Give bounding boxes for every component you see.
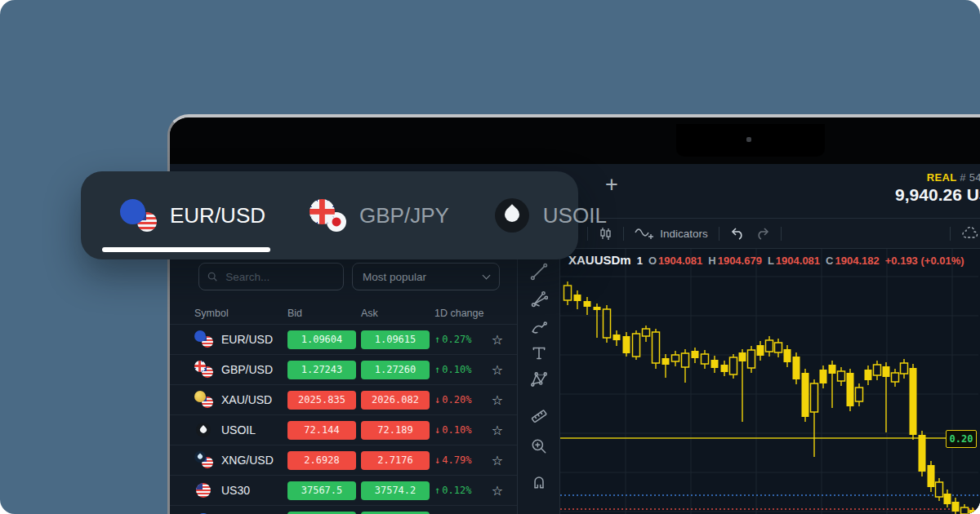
watchlist-row[interactable]: XNG/USD 2.6928 2.7176 ↓ 4.79% bbox=[170, 445, 517, 475]
ask-price-badge[interactable]: 1.09615 bbox=[361, 330, 430, 349]
toolbar-divider bbox=[623, 227, 624, 241]
daily-change: ↑ 0.12% bbox=[434, 485, 487, 496]
daily-change: ↓ 4.79% bbox=[434, 454, 487, 466]
price-tag: 0.20 bbox=[946, 430, 977, 448]
chart-legend: XAUUSDm 1 O1904.081 H1904.679 L1904.081 … bbox=[568, 253, 964, 267]
symbol-name: XNG/USD bbox=[221, 454, 274, 467]
change-arrow-icon: ↑ bbox=[434, 334, 440, 345]
symbol-name: EUR/USD bbox=[221, 333, 273, 346]
watchlist-row[interactable]: EUR/USD 1.09604 1.09615 ↑ 0.27% bbox=[170, 324, 517, 354]
bid-price-badge[interactable]: 1.09604 bbox=[287, 330, 356, 349]
ask-price-badge[interactable]: 2.7176 bbox=[361, 451, 430, 470]
ruler-tool[interactable] bbox=[528, 405, 550, 427]
eur-usd-flags-icon bbox=[118, 197, 159, 233]
change-value: +0.193 (+0.01%) bbox=[885, 255, 964, 267]
pitchfork-tool[interactable] bbox=[528, 289, 550, 310]
instrument-switcher: EUR/USD GBP/JPY USOIL bbox=[81, 171, 578, 259]
close-value: 1904.182 bbox=[835, 255, 879, 267]
change-arrow-icon: ↑ bbox=[434, 364, 440, 375]
xabcd-pattern-tool[interactable] bbox=[528, 369, 550, 390]
watchlist-row[interactable]: XAU/USD 2025.835 2026.082 ↓ 0.20% bbox=[170, 384, 517, 414]
indicators-button[interactable]: Indicators bbox=[635, 226, 708, 241]
search-input[interactable] bbox=[224, 270, 335, 284]
drawing-tools-column bbox=[517, 249, 560, 514]
ask-price-badge[interactable] bbox=[361, 512, 430, 514]
camera-dot bbox=[746, 137, 751, 142]
magnet-tool[interactable] bbox=[528, 471, 550, 492]
pill-tab-usoil[interactable]: USOIL bbox=[492, 197, 607, 233]
instrument-icon bbox=[194, 451, 214, 469]
search-icon bbox=[207, 271, 217, 282]
bid-price-badge[interactable]: 2.6928 bbox=[287, 451, 356, 470]
chart-area[interactable]: XAUUSDm 1 O1904.081 H1904.679 L1904.081 … bbox=[560, 249, 980, 514]
column-ask: Ask bbox=[361, 308, 434, 319]
daily-change: ↓ 0.20% bbox=[434, 394, 487, 405]
brush-tool[interactable] bbox=[528, 317, 550, 339]
favorite-star-icon[interactable] bbox=[487, 362, 508, 378]
add-chart-tab-button[interactable]: + bbox=[598, 171, 626, 198]
candlestick-chart[interactable] bbox=[560, 249, 978, 514]
watchlist-rows: EUR/USD 1.09604 1.09615 ↑ 0.27% bbox=[170, 324, 517, 514]
low-value: 1904.081 bbox=[776, 255, 820, 267]
account-type-badge: REAL bbox=[927, 171, 957, 184]
watchlist-row[interactable] bbox=[170, 505, 517, 514]
watchlist-row[interactable]: USOIL 72.144 72.189 ↓ 0.10% bbox=[170, 414, 517, 445]
bid-price-badge[interactable]: 1.27243 bbox=[287, 361, 356, 379]
column-symbol: Symbol bbox=[194, 308, 287, 319]
change-arrow-icon: ↓ bbox=[434, 424, 440, 436]
symbol-name: US30 bbox=[221, 484, 250, 497]
watchlist-row[interactable]: GBP/USD 1.27243 1.27260 ↑ 0.10% bbox=[170, 354, 517, 384]
filter-value: Most popular bbox=[363, 271, 426, 283]
favorite-star-icon[interactable] bbox=[487, 392, 508, 408]
text-tool[interactable] bbox=[528, 343, 550, 364]
chart-timeframe: 1 bbox=[637, 255, 643, 267]
cloud-icon bbox=[961, 227, 979, 240]
symbol-name: USOIL bbox=[221, 423, 256, 436]
account-info: REAL # 54996943 9,940.26 USD bbox=[895, 171, 980, 205]
account-balance-dropdown[interactable]: 9,940.26 USD bbox=[895, 185, 980, 205]
pill-tab-label: EUR/USD bbox=[170, 203, 265, 228]
undo-button[interactable] bbox=[730, 228, 745, 240]
bid-price-badge[interactable]: 2025.835 bbox=[287, 391, 356, 410]
toolbar-divider bbox=[781, 227, 782, 241]
pill-tab-eurusd[interactable]: EUR/USD bbox=[118, 197, 265, 233]
chevron-down-icon bbox=[483, 272, 491, 280]
favorite-star-icon[interactable] bbox=[487, 423, 508, 438]
bid-price-badge[interactable]: 72.144 bbox=[287, 421, 356, 440]
account-balance: 9,940.26 USD bbox=[895, 185, 980, 205]
daily-change: ↓ 0.10% bbox=[434, 424, 487, 436]
column-bid: Bid bbox=[287, 308, 361, 319]
bid-price-badge[interactable]: 37567.5 bbox=[287, 481, 356, 500]
daily-change: ↑ 0.27% bbox=[434, 334, 487, 345]
watchlist-row[interactable]: US30 37567.5 37574.2 ↑ 0.12% bbox=[170, 475, 517, 505]
category-filter-select[interactable]: Most popular bbox=[352, 263, 500, 290]
trend-line-tool[interactable] bbox=[528, 261, 550, 282]
column-1d-change: 1D change bbox=[434, 308, 487, 319]
save-layout-button[interactable]: Save bbox=[961, 227, 980, 240]
bid-price-badge[interactable] bbox=[287, 512, 356, 514]
active-tab-underline bbox=[102, 247, 270, 252]
instrument-icon bbox=[194, 391, 214, 409]
symbol-name: GBP/USD bbox=[221, 363, 273, 376]
change-arrow-icon: ↓ bbox=[434, 454, 440, 466]
favorite-star-icon[interactable] bbox=[487, 453, 508, 468]
change-arrow-icon: ↑ bbox=[434, 485, 440, 496]
daily-change: ↑ 0.10% bbox=[434, 364, 487, 375]
indicator-wave-icon bbox=[635, 226, 654, 241]
ask-price-badge[interactable]: 2026.082 bbox=[361, 391, 430, 410]
pill-tab-gbpjpy[interactable]: GBP/JPY bbox=[308, 197, 449, 233]
search-box[interactable] bbox=[198, 263, 344, 290]
favorite-star-icon[interactable] bbox=[487, 332, 508, 348]
high-value: 1904.679 bbox=[718, 255, 762, 267]
ask-price-badge[interactable]: 1.27260 bbox=[361, 361, 430, 379]
ask-price-badge[interactable]: 72.189 bbox=[361, 421, 430, 440]
favorite-star-icon[interactable] bbox=[487, 483, 508, 498]
uk-flag-icon bbox=[310, 199, 335, 224]
laptop-bezel bbox=[170, 117, 980, 164]
zoom-in-tool[interactable] bbox=[528, 436, 550, 457]
ask-price-badge[interactable]: 37574.2 bbox=[361, 481, 430, 500]
gbp-jpy-flags-icon bbox=[308, 197, 349, 233]
main-content: Most popular Symbol Bid Ask 1D change bbox=[170, 249, 980, 514]
eu-flag-icon bbox=[120, 199, 145, 224]
redo-button[interactable] bbox=[755, 228, 770, 240]
